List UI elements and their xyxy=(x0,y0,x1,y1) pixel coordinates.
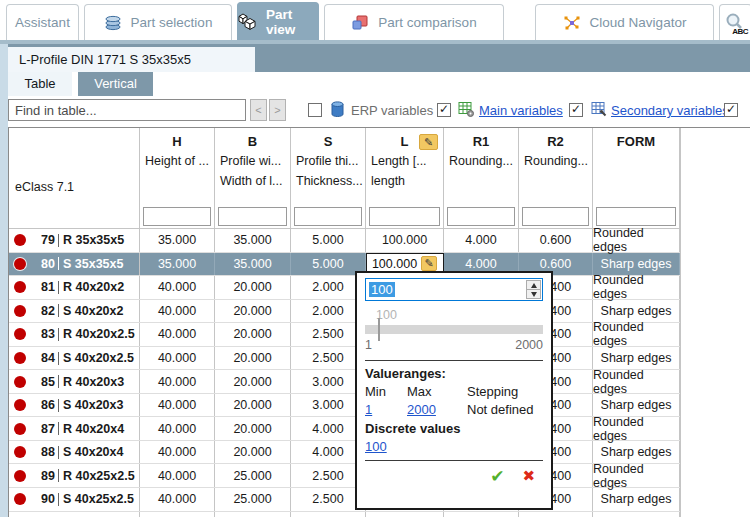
table-cell[interactable]: 4.000 xyxy=(444,229,519,252)
row-label-cell[interactable]: 89R 40x25x2.5 xyxy=(9,464,140,487)
table-cell[interactable]: 0.600 xyxy=(519,229,593,252)
table-cell[interactable]: 20.000 xyxy=(215,394,291,417)
table-cell[interactable]: Rounded edges xyxy=(593,323,680,346)
column-header-R2[interactable]: R2Rounding... xyxy=(519,128,593,204)
table-cell[interactable]: 20.000 xyxy=(215,417,291,440)
table-row[interactable]: 90S 40x25x2.540.00025.0002.5000.400Sharp… xyxy=(9,488,680,512)
extra-variables-checkbox[interactable] xyxy=(724,103,738,117)
table-row[interactable]: 80S 35x35x535.00035.0005.000100.000✎4.00… xyxy=(9,253,680,277)
value-slider[interactable] xyxy=(365,325,543,334)
table-row[interactable]: 81R 40x20x240.00020.0002.0000.400Rounded… xyxy=(9,276,680,300)
filter-input-B[interactable] xyxy=(218,207,287,226)
table-cell[interactable]: 35.000 xyxy=(215,253,291,276)
table-cell[interactable]: 20.000 xyxy=(215,300,291,323)
tab-assistant[interactable]: Assistant xyxy=(6,4,79,40)
row-label-cell[interactable]: 81R 40x20x2 xyxy=(9,276,140,299)
table-cell[interactable]: Sharp edges xyxy=(593,253,680,276)
table-cell[interactable]: Rounded edges xyxy=(593,417,680,440)
row-label-cell[interactable]: 80S 35x35x5 xyxy=(9,253,140,276)
main-variables-checkbox[interactable] xyxy=(437,103,451,117)
row-label-cell[interactable]: 86S 40x20x3 xyxy=(9,394,140,417)
table-cell[interactable]: 20.000 xyxy=(215,276,291,299)
table-row[interactable]: 83R 40x20x2.540.00020.0002.5000.400Round… xyxy=(9,323,680,347)
table-cell[interactable]: 40.000 xyxy=(140,347,215,370)
tab-part-view[interactable]: Part view xyxy=(237,2,319,40)
table-cell[interactable]: Rounded edges xyxy=(593,370,680,393)
confirm-check-icon[interactable]: ✔ xyxy=(490,468,504,485)
row-label-cell[interactable]: 88S 40x20x4 xyxy=(9,441,140,464)
column-header-H[interactable]: HHeight of ... xyxy=(140,128,215,204)
filter-input-R2[interactable] xyxy=(522,207,589,226)
table-cell[interactable]: Sharp edges xyxy=(593,441,680,464)
table-cell[interactable]: Rounded edges xyxy=(593,229,680,252)
table-cell[interactable]: 40.000 xyxy=(140,276,215,299)
find-previous-button[interactable]: < xyxy=(250,99,267,121)
table-row[interactable]: 85R 40x20x340.00020.0003.0000.400Rounded… xyxy=(9,370,680,394)
filter-input-S[interactable] xyxy=(294,207,362,226)
table-cell[interactable]: 40.000 xyxy=(140,323,215,346)
table-cell[interactable]: 20.000 xyxy=(215,370,291,393)
find-next-button[interactable]: > xyxy=(269,99,286,121)
table-cell[interactable]: 40.000 xyxy=(140,488,215,511)
table-cell[interactable]: 20.000 xyxy=(215,323,291,346)
edit-value-button[interactable]: ✎ xyxy=(421,256,437,271)
table-cell[interactable]: Sharp edges xyxy=(593,347,680,370)
filter-input-H[interactable] xyxy=(143,207,211,226)
table-row[interactable]: 87R 40x20x440.00020.0004.0000.400Rounded… xyxy=(9,417,680,441)
edit-column-button[interactable]: ✎ xyxy=(419,134,438,150)
column-header-S[interactable]: SProfile thi...Thickness... xyxy=(291,128,366,204)
table-cell[interactable]: 40.000 xyxy=(140,417,215,440)
row-label-cell[interactable]: 84S 40x20x2.5 xyxy=(9,347,140,370)
filter-input-L[interactable] xyxy=(369,207,440,226)
table-cell[interactable]: 40.000 xyxy=(140,300,215,323)
table-cell[interactable]: 40.000 xyxy=(140,394,215,417)
table-cell[interactable]: 25.000 xyxy=(215,464,291,487)
table-cell[interactable]: Rounded edges xyxy=(593,464,680,487)
table-cell[interactable]: 40.000 xyxy=(140,464,215,487)
max-value-link[interactable]: 2000 xyxy=(407,402,467,417)
table-cell[interactable]: 5.000 xyxy=(291,229,366,252)
column-header-R1[interactable]: R1Rounding... xyxy=(444,128,519,204)
table-row[interactable]: 79R 35x35x535.00035.0005.000100.0004.000… xyxy=(9,229,680,253)
table-cell[interactable]: 25.000 xyxy=(215,488,291,511)
column-header-B[interactable]: BProfile wi...Width of l... xyxy=(215,128,291,204)
row-label-cell[interactable]: 82S 40x20x2 xyxy=(9,300,140,323)
table-row[interactable]: 89R 40x25x2.540.00025.0002.5000.400Round… xyxy=(9,464,680,488)
table-cell[interactable]: 35.000 xyxy=(140,229,215,252)
row-label-cell[interactable]: 90S 40x25x2.5 xyxy=(9,488,140,511)
secondary-variables-checkbox[interactable] xyxy=(569,103,583,117)
spinner-down-button[interactable] xyxy=(526,289,541,299)
filter-input-FORM[interactable] xyxy=(596,207,676,226)
table-row[interactable]: 82S 40x20x240.00020.0002.0000.400Sharp e… xyxy=(9,300,680,324)
table-cell[interactable]: Sharp edges xyxy=(593,300,680,323)
row-label-cell[interactable]: 87R 40x20x4 xyxy=(9,417,140,440)
table-cell[interactable]: 35.000 xyxy=(140,253,215,276)
secondary-variables-link[interactable]: Secondary variables xyxy=(611,103,729,118)
table-row[interactable]: 88S 40x20x440.00020.0004.0000.400Sharp e… xyxy=(9,441,680,465)
slider-marker[interactable] xyxy=(378,318,380,341)
table-cell[interactable]: 20.000 xyxy=(215,347,291,370)
tab-table-view[interactable]: Table xyxy=(8,72,72,96)
find-in-table-input[interactable] xyxy=(8,99,246,121)
table-cell[interactable]: Rounded edges xyxy=(593,276,680,299)
table-row[interactable]: 84S 40x20x2.540.00020.0002.5000.400Sharp… xyxy=(9,347,680,371)
value-spinner-input[interactable]: 100 xyxy=(365,278,543,301)
table-cell[interactable]: 40.000 xyxy=(140,370,215,393)
tab-part-comparison[interactable]: Part comparison xyxy=(324,4,504,40)
row-label-cell[interactable]: 85R 40x20x3 xyxy=(9,370,140,393)
cancel-x-icon[interactable]: ✖ xyxy=(522,468,535,485)
min-value-link[interactable]: 1 xyxy=(365,402,407,417)
row-label-cell[interactable]: 83R 40x20x2.5 xyxy=(9,323,140,346)
main-variables-link[interactable]: Main variables xyxy=(479,103,563,118)
column-header-FORM[interactable]: FORM xyxy=(593,128,680,204)
table-cell[interactable]: 100.000 xyxy=(366,229,444,252)
column-header-L[interactable]: L✎Length [...length xyxy=(366,128,444,204)
table-cell[interactable]: 35.000 xyxy=(215,229,291,252)
table-cell[interactable]: Sharp edges xyxy=(593,394,680,417)
discrete-value-link[interactable]: 100 xyxy=(365,439,387,454)
table-cell[interactable]: 20.000 xyxy=(215,441,291,464)
tab-text-search[interactable]: ABC xyxy=(719,4,750,40)
table-row[interactable]: 86S 40x20x340.00020.0003.0000.400Sharp e… xyxy=(9,394,680,418)
table-cell[interactable]: 40.000 xyxy=(140,441,215,464)
document-title-tab[interactable]: L-Profile DIN 1771 S 35x35x5 xyxy=(8,47,255,72)
